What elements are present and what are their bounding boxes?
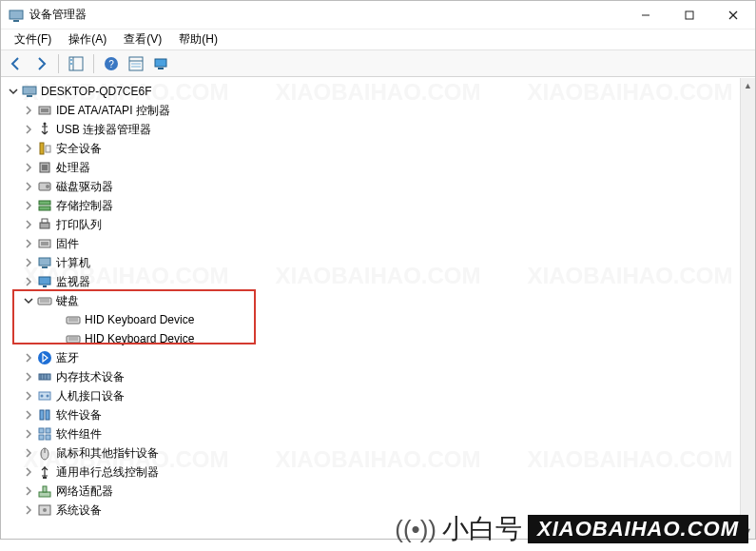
tree-node-label: 鼠标和其他指针设备	[56, 445, 159, 462]
svg-rect-18	[23, 87, 36, 94]
svg-rect-61	[46, 435, 50, 440]
expand-icon[interactable]	[22, 503, 35, 517]
toolbar: ?	[1, 50, 755, 77]
tree-node-root[interactable]: DESKTOP-QD7CE6F	[1, 82, 740, 101]
tree-node-10-1[interactable]: HID Keyboard Device	[1, 329, 740, 348]
vertical-scrollbar[interactable]: ▲ ▼	[740, 78, 755, 539]
tree-node-label: DESKTOP-QD7CE6F	[41, 85, 151, 98]
network-icon	[37, 483, 52, 499]
expand-icon[interactable]	[22, 256, 35, 269]
tree-node-15[interactable]: 软件组件	[1, 424, 740, 443]
svg-rect-21	[41, 108, 48, 112]
tree-node-label: 打印队列	[56, 217, 102, 233]
svg-rect-60	[39, 435, 44, 440]
expand-icon[interactable]	[22, 123, 35, 136]
tree-node-1[interactable]: USB 连接器管理器	[1, 120, 740, 139]
device-tree[interactable]: DESKTOP-QD7CE6FIDE ATA/ATAPI 控制器USB 连接器管…	[1, 78, 740, 539]
scroll-up-icon[interactable]: ▲	[741, 78, 755, 93]
computer_root-icon	[22, 84, 37, 99]
expand-icon[interactable]	[22, 408, 35, 422]
tree-node-9[interactable]: 监视器	[1, 272, 740, 291]
show-hide-tree-button[interactable]	[65, 52, 87, 75]
printer-icon	[37, 217, 52, 232]
menubar: 文件(F) 操作(A) 查看(V) 帮助(H)	[1, 30, 755, 50]
separator	[93, 54, 94, 73]
monitor-icon	[37, 274, 52, 289]
tree-node-10-0[interactable]: HID Keyboard Device	[1, 310, 740, 329]
tree-node-13[interactable]: 人机接口设备	[1, 386, 740, 405]
hid-icon	[37, 388, 52, 403]
svg-rect-65	[39, 492, 50, 497]
collapse-icon[interactable]	[22, 294, 35, 307]
expand-icon[interactable]	[22, 465, 35, 479]
forward-button[interactable]	[29, 52, 52, 75]
tree-node-12[interactable]: 内存技术设备	[1, 367, 740, 386]
tree-node-10[interactable]: 键盘	[1, 291, 740, 310]
watermark-cn: 小白号	[442, 511, 522, 547]
tree-node-6[interactable]: 打印队列	[1, 215, 740, 234]
tree-node-4[interactable]: 磁盘驱动器	[1, 177, 740, 196]
back-button[interactable]	[5, 52, 28, 75]
help-button[interactable]: ?	[100, 52, 123, 75]
content-area: DESKTOP-QD7CE6FIDE ATA/ATAPI 控制器USB 连接器管…	[1, 77, 755, 539]
expand-icon[interactable]	[22, 199, 35, 212]
menu-help[interactable]: 帮助(H)	[171, 30, 225, 49]
keyboard-icon	[66, 331, 81, 346]
softdev-icon	[37, 407, 52, 423]
tree-node-label: 安全设备	[56, 141, 102, 157]
svg-rect-24	[46, 146, 50, 152]
menu-action[interactable]: 操作(A)	[61, 30, 114, 49]
svg-rect-32	[42, 219, 48, 223]
expand-icon[interactable]	[22, 142, 35, 155]
tree-node-label: 计算机	[56, 255, 90, 271]
tree-node-label: 软件组件	[56, 426, 102, 443]
tree-node-7[interactable]: 固件	[1, 234, 740, 253]
tree-node-label: 系统设备	[56, 502, 102, 519]
expand-icon[interactable]	[22, 446, 35, 460]
svg-point-54	[41, 395, 44, 398]
expand-icon[interactable]	[22, 275, 35, 288]
maximize-button[interactable]	[668, 1, 711, 30]
tree-node-5[interactable]: 存储控制器	[1, 196, 740, 215]
expand-icon[interactable]	[22, 161, 35, 174]
expand-icon[interactable]	[22, 484, 35, 498]
svg-rect-35	[39, 258, 50, 266]
expand-icon[interactable]	[22, 427, 35, 441]
tree-node-3[interactable]: 处理器	[1, 158, 740, 177]
softcomp-icon	[37, 426, 52, 442]
tree-node-14[interactable]: 软件设备	[1, 405, 740, 424]
minimize-button[interactable]	[624, 1, 668, 30]
tree-node-label: 固件	[56, 236, 79, 252]
svg-rect-38	[43, 285, 47, 287]
svg-point-48	[38, 351, 51, 364]
app-icon	[9, 8, 24, 23]
tree-node-18[interactable]: 网络适配器	[1, 482, 740, 501]
tree-node-17[interactable]: 通用串行总线控制器	[1, 462, 740, 482]
tree-node-11[interactable]: 蓝牙	[1, 348, 740, 367]
tree-node-2[interactable]: 安全设备	[1, 139, 740, 158]
menu-view[interactable]: 查看(V)	[116, 30, 169, 49]
cpu-icon	[37, 160, 52, 175]
expand-icon[interactable]	[22, 370, 35, 384]
tree-node-8[interactable]: 计算机	[1, 253, 740, 272]
expand-icon[interactable]	[22, 180, 35, 193]
expand-icon[interactable]	[22, 237, 35, 250]
expand-icon[interactable]	[22, 351, 35, 364]
svg-point-55	[47, 395, 49, 398]
properties-button[interactable]	[125, 52, 147, 75]
tree-node-0[interactable]: IDE ATA/ATAPI 控制器	[1, 101, 740, 120]
menu-file[interactable]: 文件(F)	[7, 30, 59, 49]
keyboard-icon	[37, 293, 52, 308]
usb-icon	[37, 122, 52, 137]
expand-icon[interactable]	[22, 104, 35, 117]
tree-node-16[interactable]: 鼠标和其他指针设备	[1, 443, 740, 462]
device-manager-window: 设备管理器 文件(F) 操作(A) 查看(V) 帮助(H)	[0, 0, 756, 540]
expand-icon[interactable]	[22, 218, 35, 231]
expand-icon[interactable]	[22, 389, 35, 403]
tree-node-label: 蓝牙	[56, 350, 79, 366]
close-button[interactable]	[711, 1, 755, 30]
collapse-icon[interactable]	[7, 85, 20, 98]
tree-node-label: 存储控制器	[56, 198, 113, 214]
scan-hardware-button[interactable]	[149, 52, 172, 75]
svg-rect-3	[686, 11, 693, 19]
